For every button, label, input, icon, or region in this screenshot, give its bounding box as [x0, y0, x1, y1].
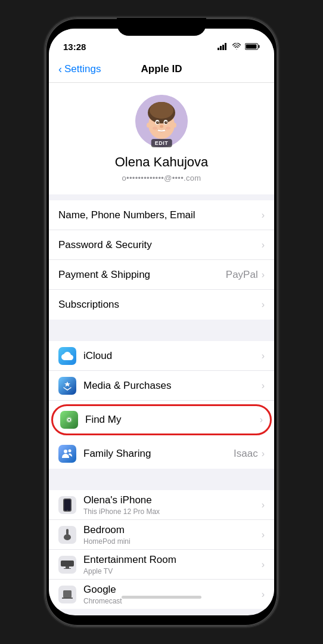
profile-email: o•••••••••••••@••••.com	[122, 174, 201, 182]
account-list: Name, Phone Numbers, Email › Password & …	[49, 200, 274, 320]
svg-point-15	[157, 122, 159, 123]
nav-bar: ‹ Settings Apple ID	[49, 58, 274, 83]
family-value: Isaac	[234, 448, 258, 460]
svg-point-17	[160, 125, 163, 128]
services-list: iCloud › Media & Purchases ›	[49, 341, 274, 469]
edit-badge[interactable]: EDIT	[151, 139, 172, 147]
findmy-icon	[60, 411, 78, 429]
page-title: Apple ID	[141, 63, 182, 75]
chevron-icon: ›	[262, 299, 265, 310]
svg-rect-34	[64, 568, 71, 569]
svg-point-25	[64, 450, 67, 453]
list-item-icloud[interactable]: iCloud ›	[49, 341, 274, 371]
family-icon	[58, 445, 76, 463]
list-item-subscriptions[interactable]: Subscriptions ›	[49, 290, 274, 320]
notch	[117, 18, 206, 36]
svg-point-24	[69, 419, 70, 421]
profile-name: Olena Kahujova	[115, 154, 209, 170]
chevron-icon: ›	[262, 448, 265, 459]
list-item-chromecast[interactable]: Google Chromecast ›	[49, 580, 274, 609]
svg-point-10	[150, 102, 173, 119]
svg-rect-33	[66, 566, 69, 568]
chevron-left-icon: ‹	[58, 63, 62, 76]
chevron-icon: ›	[262, 589, 265, 600]
svg-rect-6	[246, 45, 257, 49]
svg-point-13	[156, 121, 159, 124]
chromecast-text: Google Chromecast	[83, 584, 262, 605]
back-button[interactable]: ‹ Settings	[58, 63, 101, 76]
media-purchases-label: Media & Purchases	[83, 380, 262, 392]
svg-rect-28	[64, 499, 71, 510]
chromecast-icon	[58, 586, 76, 603]
list-item-password-security[interactable]: Password & Security ›	[49, 230, 274, 260]
svg-rect-1	[220, 46, 222, 50]
google-label: Google	[83, 584, 262, 596]
homepod-icon	[58, 526, 76, 544]
icloud-icon	[58, 347, 76, 365]
appletv-icon	[58, 556, 76, 574]
password-security-label: Password & Security	[58, 239, 262, 251]
scroll-content: EDIT Olena Kahujova o•••••••••••••@••••.…	[49, 83, 274, 609]
homepod-text: Bedroom HomePod mini	[83, 524, 262, 546]
chevron-icon: ›	[260, 414, 263, 425]
homepod-subtitle: HomePod mini	[83, 537, 262, 546]
list-item-find-my[interactable]: Find My ›	[51, 404, 272, 435]
profile-section: EDIT Olena Kahujova o•••••••••••••@••••.…	[49, 83, 274, 194]
avatar-container[interactable]: EDIT	[135, 95, 188, 147]
list-item-homepod[interactable]: Bedroom HomePod mini ›	[49, 520, 274, 550]
entertainment-label: Entertainment Room	[83, 554, 262, 566]
svg-rect-35	[63, 590, 72, 597]
status-time: 13:28	[63, 42, 86, 52]
chevron-icon: ›	[262, 210, 265, 221]
back-label[interactable]: Settings	[64, 63, 101, 75]
svg-point-18	[153, 127, 157, 130]
iphone-label: Olena's iPhone	[83, 494, 262, 506]
svg-rect-0	[218, 48, 219, 50]
svg-rect-5	[259, 45, 260, 48]
svg-point-21	[173, 123, 176, 128]
list-item-payment-shipping[interactable]: Payment & Shipping PayPal ›	[49, 260, 274, 290]
chevron-icon: ›	[262, 530, 265, 540]
chevron-icon: ›	[262, 500, 265, 510]
svg-point-20	[147, 123, 150, 128]
wifi-icon	[232, 43, 241, 50]
iphone-text: Olena's iPhone This iPhone 12 Pro Max	[83, 494, 262, 516]
appstore-icon	[58, 377, 76, 395]
list-item-iphone[interactable]: Olena's iPhone This iPhone 12 Pro Max ›	[49, 490, 274, 520]
svg-rect-3	[225, 43, 226, 50]
svg-point-26	[69, 450, 72, 453]
svg-point-19	[166, 127, 170, 130]
chevron-icon: ›	[262, 351, 265, 361]
chevron-icon: ›	[262, 270, 265, 280]
device-list: Olena's iPhone This iPhone 12 Pro Max ›	[49, 490, 274, 609]
phone-screen: 13:28	[49, 29, 274, 615]
appletv-subtitle: Apple TV	[83, 567, 262, 575]
chevron-icon: ›	[262, 559, 265, 570]
chevron-icon: ›	[262, 380, 265, 391]
svg-point-16	[166, 122, 167, 123]
find-my-label: Find My	[85, 414, 260, 426]
bedroom-label: Bedroom	[83, 524, 262, 536]
list-item-media-purchases[interactable]: Media & Purchases ›	[49, 371, 274, 401]
list-item-appletv[interactable]: Entertainment Room Apple TV ›	[49, 550, 274, 580]
svg-rect-2	[222, 45, 224, 50]
list-item-name-phone[interactable]: Name, Phone Numbers, Email ›	[49, 200, 274, 230]
name-phone-label: Name, Phone Numbers, Email	[58, 209, 262, 221]
signal-icon	[218, 43, 228, 50]
status-icons	[218, 43, 260, 50]
iphone-subtitle: This iPhone 12 Pro Max	[83, 507, 262, 516]
payment-value: PayPal	[226, 269, 258, 281]
appletv-text: Entertainment Room Apple TV	[83, 554, 262, 575]
battery-icon	[245, 43, 260, 50]
svg-rect-31	[66, 529, 69, 535]
svg-point-30	[64, 534, 71, 540]
subscriptions-label: Subscriptions	[58, 299, 262, 311]
phone-frame: 13:28	[45, 18, 278, 626]
icloud-label: iCloud	[83, 350, 262, 362]
svg-rect-32	[61, 561, 74, 566]
payment-shipping-label: Payment & Shipping	[58, 269, 226, 281]
svg-point-29	[67, 510, 68, 511]
list-item-family-sharing[interactable]: Family Sharing Isaac ›	[49, 439, 274, 469]
chevron-icon: ›	[262, 240, 265, 250]
find-my-wrapper: Find My ›	[49, 401, 274, 439]
